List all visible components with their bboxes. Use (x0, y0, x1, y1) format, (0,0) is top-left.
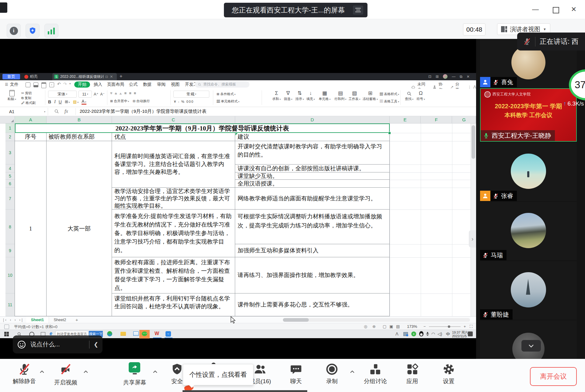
taskbar-clock[interactable]: 19:37 周六 2022/11/5 (452, 331, 468, 338)
more-caret-icon[interactable]: ▾ (69, 82, 71, 85)
redo-icon[interactable]: ↷ (63, 82, 67, 86)
cell-d2[interactable]: 建议 (235, 133, 390, 141)
cell-d5[interactable]: 课堂缺少互动。 (235, 172, 390, 180)
windows-start-icon[interactable] (4, 332, 9, 336)
file-explorer-icon[interactable] (120, 332, 126, 336)
mail-icon[interactable] (133, 331, 139, 336)
sidebar-expand-handle[interactable]: › (469, 230, 476, 248)
merge-center-button[interactable]: ⊞ 合并居中▾ (110, 99, 129, 103)
tray-mic-icon[interactable] (425, 331, 430, 336)
cell-b3-merged[interactable]: 大英一部 (47, 141, 112, 316)
breakout-button[interactable]: 分组讨论 (358, 363, 392, 385)
sheet-nav-icons[interactable]: |‹ ‹ › ›| (3, 318, 24, 322)
cell-d11[interactable]: 课件制作上需要再多花心思，交互性不够强。 (235, 293, 390, 316)
font-shrink-icon[interactable]: A⁻ (100, 92, 105, 96)
add-sheet-button[interactable]: + (75, 317, 78, 322)
cell-a2[interactable]: 序号 (15, 133, 47, 141)
fill-button[interactable]: ↓填充▾ (304, 90, 318, 101)
unmute-button[interactable]: 解除静音 (6, 363, 43, 385)
menu-formula[interactable]: 公式 (129, 82, 138, 88)
row-header-1[interactable]: 1 (5, 123, 15, 133)
fill-color-button[interactable]: ▨▾ (73, 99, 78, 104)
menu-file[interactable]: ☰文件 (5, 82, 19, 88)
cell-c3[interactable]: 利用课前时间播放英语词汇音频，有意学生准备课堂学习。注意结合社会话题引入教学内容… (112, 141, 235, 188)
fill-handle[interactable] (388, 132, 391, 134)
wechat-active-slot[interactable] (139, 330, 150, 338)
menu-insert[interactable]: 插入 (94, 82, 102, 88)
wps-close-icon[interactable]: ✕ (467, 75, 470, 79)
tray-qq-icon[interactable] (419, 331, 423, 336)
wps-minimize-icon[interactable]: — (452, 75, 455, 79)
col-header-a[interactable]: A (15, 116, 47, 123)
number-buttons[interactable]: ¥ - % 000 (174, 100, 194, 103)
menu-page-layout[interactable]: 页面布局 (107, 82, 124, 88)
name-box[interactable]: A1 (9, 109, 14, 114)
edge-icon[interactable] (107, 331, 112, 336)
row-header-2[interactable]: 2 (5, 133, 15, 141)
apps-button[interactable]: 应用 (399, 363, 426, 385)
cell-c8-merged[interactable]: 教学准备充分:提前给学生发送学习材料，有助学生在无教材的情况下，充分做好在线学习… (112, 210, 235, 257)
col-header-e[interactable]: E (390, 116, 421, 123)
zoom-slider[interactable] (429, 326, 461, 327)
cell-b2[interactable]: 被听教师所在系部 (47, 133, 112, 141)
zoom-formula-icon[interactable] (54, 109, 59, 114)
freeze-panes-button[interactable]: ⊞冻结窗格▾ (361, 90, 380, 101)
close-button[interactable]: ✕ (568, 5, 579, 14)
emoji-icon[interactable] (17, 340, 26, 349)
cell-a3-merged[interactable]: 1 (15, 141, 47, 316)
close-tab-icon[interactable]: ✕ (110, 75, 113, 79)
worksheet-button[interactable]: ▧工作表▾ (346, 90, 363, 101)
wps-restore-icon[interactable]: ⧉ (460, 75, 462, 79)
align-top-icon[interactable]: ⫧ (110, 91, 112, 95)
col-header-c[interactable]: C (112, 116, 235, 123)
col-header-d[interactable]: D (235, 116, 390, 123)
chat-quick-bar[interactable]: 说点什么... ❮ (13, 335, 103, 353)
maximize-button[interactable] (553, 7, 559, 13)
save-icon[interactable] (26, 82, 30, 87)
sheet-tab-sheet2[interactable]: Sheet2 (49, 317, 71, 323)
notification-center-icon[interactable] (468, 331, 473, 336)
select-all-corner[interactable] (5, 116, 15, 123)
settings-button[interactable]: 设置 (435, 363, 462, 385)
speaker-tile[interactable]: 西安工程大学人文学院 2022-2023学年第一 学期 本科教学 工作会议 西安… (480, 88, 577, 142)
table-style-button[interactable]: ▦ 表格样式▾ (380, 92, 399, 96)
cell-c7[interactable]: 教学活动安排合理，适宜艺术类学生对英语学习的节奏，注重学生的学习效果反馈，最大可… (112, 188, 235, 210)
cell-a1-title[interactable]: 2022-2023学年第一学期（9月-10月）学院督导听课反馈统计表 (15, 123, 390, 133)
row-header-5[interactable]: 5 (5, 172, 15, 180)
share-options-chevron[interactable] (152, 369, 158, 375)
security-shield-button[interactable] (26, 24, 40, 38)
meeting-info-button[interactable]: i (7, 24, 21, 38)
banner-menu-icon[interactable] (353, 5, 363, 15)
dingtalk-icon[interactable]: ~ (165, 331, 171, 337)
record-button[interactable]: 录制 (318, 363, 346, 385)
align-bottom-icon[interactable]: ⫠ (120, 91, 122, 95)
menu-data[interactable]: 数据 (143, 82, 151, 88)
cell-d6[interactable]: 全用汉语授课。 (235, 180, 390, 188)
conditional-format-button[interactable]: ⊞ 条件格式▾ (217, 92, 235, 96)
paste-button[interactable]: 粘贴▾ (5, 90, 19, 101)
leave-meeting-button[interactable]: 离开会议 (530, 367, 577, 386)
copy-button[interactable]: ⧉ 复制 (21, 96, 31, 100)
new-tab-button[interactable]: + (120, 74, 122, 79)
row-header-10[interactable]: 10 (5, 257, 15, 293)
cell-d3[interactable]: 开课时交代清楚该课时教学内容，有助学生明确导入学习的目的性。 (235, 141, 390, 165)
cell-c10[interactable]: 教师全程有露面，拉进师生距离。注重课下布置作业和课堂检查、解析相结合，一方面检查… (112, 257, 235, 293)
wps-document-tab[interactable]: S 2022-202...组听课反馈统计表 ⊡ ✕ (52, 73, 117, 80)
row-header-9[interactable]: 9 (5, 244, 15, 257)
symbol-button[interactable]: Ω符号▾ (414, 90, 428, 101)
account-avatar[interactable] (443, 74, 447, 79)
col-header-b[interactable]: B (47, 116, 112, 123)
align-right-icon[interactable]: ≡ (134, 91, 136, 95)
minimize-button[interactable]: — (530, 5, 541, 14)
participant-tile[interactable]: 董盼婕 (480, 261, 577, 320)
align-left-icon[interactable]: ≡ (124, 91, 127, 95)
zoom-out-icon[interactable]: − (423, 324, 426, 329)
command-search-box[interactable]: 查找命令、搜索模板 (195, 81, 249, 88)
cells-button[interactable]: ▦单元格▾ (316, 90, 333, 101)
underline-button[interactable]: U (59, 99, 62, 104)
cell-d4[interactable]: 讲课没有自己的创新，全部按照出版社讲稿讲课。 (235, 165, 390, 172)
menu-review[interactable]: 审阅 (157, 82, 165, 88)
cell-style-button[interactable]: ▦ 单元格样式▾ (217, 99, 239, 104)
chat-button[interactable]: 聊天 (282, 363, 310, 385)
tray-expand-icon[interactable]: ᐱ (395, 331, 399, 336)
